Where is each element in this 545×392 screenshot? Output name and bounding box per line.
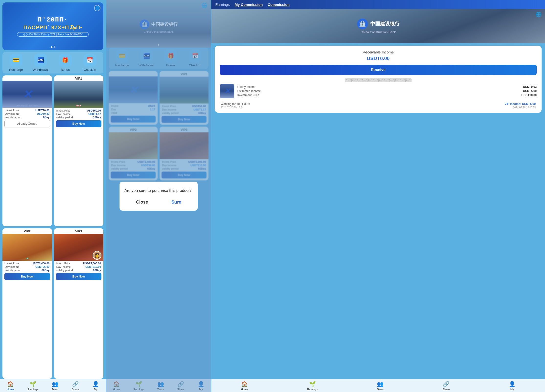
banner-subtitle-left: ΠАСРΡΠ΄ 97Х+Π₯Π• (23, 24, 82, 31)
banner-dot-2[interactable] (54, 46, 55, 48)
nav-share-left[interactable]: 🔗 Share (72, 381, 79, 391)
truck-decoration-vip2: 🚜 (26, 257, 29, 260)
product-img-vip1-left: 🚛🚛 (54, 81, 104, 108)
invest-label-vip1-left: Invest Price (56, 109, 70, 112)
nav-earnings-right[interactable]: 🌱 Earnings (307, 381, 318, 391)
tab-mycommission-right[interactable]: My Commission (235, 2, 263, 7)
header-right: Earnings My Commission Commission (211, 0, 545, 9)
hourly-income-label: Hourly Income (237, 85, 256, 89)
nav-my-right[interactable]: 👤 My (509, 381, 515, 391)
banner-desc-left: — ι‡ζ‰Ώθ΄£δΊ»εŠ'ε™¨ ι΄¨θ'Œ β€œη«™ι•·β€ δ… (17, 32, 88, 37)
nav-my-label-right: My (510, 388, 514, 391)
action-withdrawal-left[interactable]: 🏧 Withdrawal (31, 54, 50, 72)
product-img-base-left: ✕ YOUXUANYUANMAKU (2, 81, 52, 108)
tab-commission-right[interactable]: Commission (268, 2, 290, 7)
nav-home-label-right: Home (241, 388, 248, 391)
bank-logo-right: 🏦 中国建设银行 (357, 19, 400, 29)
dialog-close-button[interactable]: Close (131, 199, 153, 206)
tab-earnings-right[interactable]: Earnings (215, 2, 230, 7)
working-row: Working for 100 Hours 2024-07-28 19:15:5… (220, 101, 537, 109)
dialog-buttons: Close Sure (124, 199, 193, 206)
earnings-icon-left: 🌱 (30, 381, 36, 387)
receive-button[interactable]: Receive (220, 65, 537, 75)
recharge-icon-left: 💳 (10, 54, 22, 67)
truck-decoration-vip1: 🚛🚛 (76, 104, 81, 107)
working-date-end: 2024-07-28 19:15:55 (513, 106, 536, 109)
nav-earnings-label-left: Earnings (28, 388, 38, 391)
validity-row-vip2-left: validity period 60Day (5, 269, 50, 272)
product-title-vip3-left: VIP3 (54, 228, 104, 234)
btn-buy-vip3-left[interactable]: Buy Now (56, 273, 102, 280)
nav-team-right[interactable]: 👥 Team (377, 381, 383, 391)
globe-icon-left[interactable]: 🌐 (94, 5, 100, 11)
validity-val-base-left: 6Day (43, 116, 49, 119)
action-checkin-left[interactable]: 📅 Check in (80, 54, 100, 72)
earnings-icon-right: 🌱 (309, 381, 316, 387)
nav-my-label-left: My (94, 388, 98, 391)
estimated-income-label: Estimated Income (237, 89, 261, 93)
nav-my-left[interactable]: 👤 My (92, 381, 99, 391)
withdrawal-icon-left: 🏧 (34, 54, 47, 67)
bank-name-cn-right: 中国建设银行 (370, 21, 400, 27)
checkin-icon-left: 📅 (84, 54, 96, 67)
action-recharge-left[interactable]: 💳 Recharge (6, 54, 26, 72)
account-avatar: ✕ (220, 84, 234, 98)
product-card-vip1-left: VIP1 🚛🚛 Invest Price USDT50.00 Day Incom… (54, 75, 104, 226)
income-val-vip3-left: USDT210.00 (85, 265, 101, 268)
globe-icon-right[interactable]: 🌐 (535, 11, 542, 17)
bonus-label-left: Bonus (61, 68, 70, 72)
invest-row-vip3-left: Invest Price USDT5,000.00 (56, 262, 101, 265)
validity-label-vip1-left: validity period (56, 116, 73, 119)
product-subtitle-left: YOUXUANYUANMAKU (17, 104, 38, 107)
invest-price-val: USDT10.00 (521, 93, 537, 97)
dialog-sure-button[interactable]: Sure (166, 199, 186, 206)
nav-home-label-left: Home (7, 388, 14, 391)
product-img-vip2-left: 🚜 (2, 234, 52, 261)
receivable-amount: USDT0.00 (220, 56, 537, 61)
banner-dot-1[interactable] (51, 46, 52, 48)
income-val-vip2-left: USDT96.00 (35, 265, 49, 268)
product-card-vip2-left: VIP2 🚜 Invest Price USDT2,400.00 Day Inc… (2, 228, 52, 379)
nav-home-right[interactable]: 🏠 Home (241, 381, 248, 391)
bank-circle-right: 🏦 (357, 19, 368, 29)
btn-already-left[interactable]: Already Owned (4, 120, 50, 127)
bank-content-right: 🏦 中国建设银行 China Construction Bank (211, 9, 545, 43)
working-right: VIP Income: USDT5.00 2024-07-28 19:15:55 (504, 102, 536, 109)
products-grid-left: ✕ YOUXUANYUANMAKU Invest Price USDT10.00… (0, 75, 106, 379)
dialog-message: Are you sure to purchase this product? (124, 188, 193, 193)
income-row-vip3-left: Day Income USDT210.00 (56, 265, 101, 268)
action-bonus-left[interactable]: 🎁 Bonus (55, 54, 75, 72)
account-blurred-name: β–ˆβ–ˆβ–ˆβ–ˆβ–ˆβ–ˆβ–ˆβ–ˆβ–ˆβ–ˆβ–ˆβ–ˆ (220, 78, 537, 82)
my-icon-left: 👤 (92, 381, 99, 387)
product-info-vip1-left: Invest Price USDT50.00 Day Income USDT1.… (54, 108, 104, 119)
income-label-vip2-left: Day Income (5, 265, 19, 268)
invest-label-vip3-left: Invest Price (56, 262, 70, 265)
recharge-label-left: Recharge (9, 68, 23, 72)
product-info-vip3-left: Invest Price USDT5,000.00 Day Income USD… (54, 261, 104, 272)
working-date-start: 2024-07-28 19:15:54 (221, 106, 250, 109)
nav-team-left[interactable]: 👥 Team (52, 381, 58, 391)
checkin-label-left: Check in (84, 68, 96, 72)
nav-earnings-left[interactable]: 🌱 Earnings (28, 381, 38, 391)
nav-share-label-right: Share (443, 388, 450, 391)
nav-share-right[interactable]: 🔗 Share (443, 381, 450, 391)
account-details: Hourly Income USDT0.03 Estimated Income … (237, 85, 537, 97)
btn-buy-vip2-left[interactable]: Buy Now (4, 273, 50, 280)
validity-val-vip3-left: 60Day (93, 269, 101, 272)
btn-buy-vip1-left[interactable]: Buy Now (56, 120, 102, 127)
nav-share-label-left: Share (72, 388, 79, 391)
validity-label-vip2-left: validity period (5, 269, 21, 272)
nav-home-left[interactable]: 🏠 Home (7, 381, 14, 391)
avatar-vip3-left: 👩 (93, 251, 101, 260)
invest-label-base-left: Invest Price (5, 109, 19, 112)
product-card-vip3-left: VIP3 👩 Invest Price USDT5,000.00 Day Inc… (54, 228, 104, 379)
banner-dots-left (51, 46, 55, 48)
invest-val-vip1-left: USDT50.00 (87, 109, 101, 112)
working-left: Working for 100 Hours 2024-07-28 19:15:5… (221, 102, 250, 109)
income-row-base-left: Day Income USDT0.83 (5, 112, 50, 115)
bottom-nav-right: 🏠 Home 🌱 Earnings 👥 Team 🔗 Share 👤 My (211, 379, 545, 392)
income-label-base-left: Day Income (5, 112, 19, 115)
validity-val-vip1-left: 30Day (93, 116, 101, 119)
validity-label-base-left: validity period (5, 116, 21, 119)
invest-price-label: Investment Price (237, 93, 259, 97)
